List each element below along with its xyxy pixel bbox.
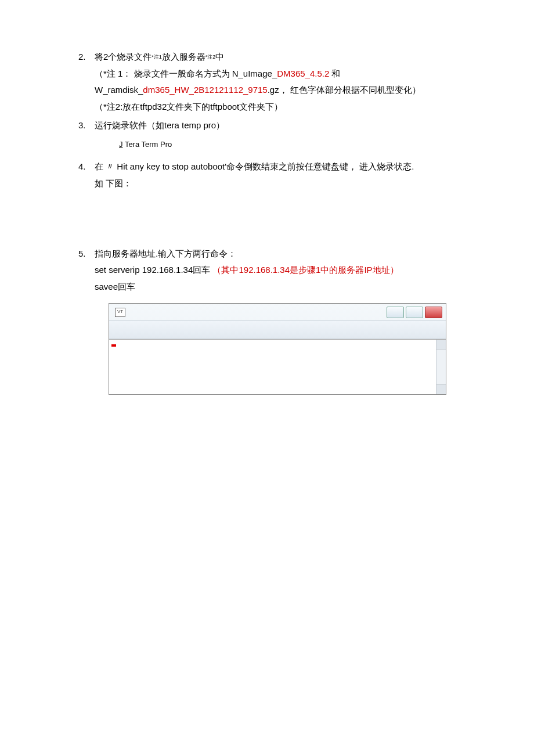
window-title [78,200,456,215]
text: Tera Term Pro [123,140,172,149]
highlight-text: dm365_HW_2B12121112_9715 [143,85,267,95]
close-button[interactable] [425,307,442,318]
highlight-text: DM365_4.5.2 [277,69,329,78]
step-body: 在 〃 Hit any key to stop autoboot'命令倒数结束之… [95,159,456,192]
terminal-output [78,219,456,229]
note-line: （*注 1： 烧录文件一般命名方式为 N_uImage_DM365_4.5.2 … [95,66,456,99]
text: 运行烧录软件（如tera temp pro） [95,117,456,134]
step-number: 4. [78,159,95,192]
text: （*注 1： 烧录文件一般命名方式为 N_uImage_ [95,69,277,78]
text: 中 [215,52,224,62]
note-ref: *注1 [151,54,162,60]
text: 在 〃 Hit any key to stop autoboot'命令倒数结束之… [95,159,456,175]
text: set serverip 192.168.1.34回车 [95,265,210,275]
step-body: 运行烧录软件（如tera temp pro） J Tera Term Pro [95,117,456,156]
title-bar: VT [109,304,446,320]
scroll-up-icon[interactable] [436,340,446,350]
scroll-down-icon[interactable] [436,384,446,394]
window-controls [387,307,442,318]
step-body: 将2个烧录文件*注1放入服务器*注2中 （*注 1： 烧录文件一般命名方式为 N… [95,49,456,115]
menu-bar [109,320,446,339]
text: 指向服务器地址.输入下方两行命令： [95,246,456,262]
scrollbar[interactable] [436,340,446,394]
step-number: 5. [78,246,95,395]
step-2: 2. 将2个烧录文件*注1放入服务器*注2中 （*注 1： 烧录文件一般命名方式… [78,49,456,115]
text: 放入服务器 [162,52,205,62]
minimize-button[interactable] [387,307,404,318]
note-line: （*注2:放在tftpd32文件夹下的tftpboot文件夹下） [95,99,456,116]
terminal-screenshot-2: VT [109,303,446,395]
highlighted-commands [111,344,116,347]
text: .gz， 红色字体部分根据不同机型变化） [268,85,421,95]
highlight-text: （其中192.168.1.34是步骤1中的服务器IP地址） [212,265,398,275]
program-reference: J Tera Term Pro [95,138,456,152]
text: 如 下图： [95,175,456,192]
terminal-screenshot-1 [78,200,456,235]
text: 将2个烧录文件 [95,52,151,62]
note-ref: *注2 [205,54,216,60]
command-line: savee回车 [95,279,456,296]
terminal-body [109,339,446,394]
step-number: 2. [78,49,95,115]
step-3: 3. 运行烧录软件（如tera temp pro） J Tera Term Pr… [78,117,456,156]
title-left: VT [115,308,129,317]
step-5: 5. 指向服务器地址.输入下方两行命令： set serverip 192.16… [78,246,456,395]
step-4: 4. 在 〃 Hit any key to stop autoboot'命令倒数… [78,159,456,192]
document-page: 2. 将2个烧录文件*注1放入服务器*注2中 （*注 1： 烧录文件一般命名方式… [0,0,534,430]
step-body: 指向服务器地址.输入下方两行命令： set serverip 192.168.1… [95,246,456,395]
command-line: set serverip 192.168.1.34回车 （其中192.168.1… [95,262,456,279]
app-icon: VT [115,308,125,317]
maximize-button[interactable] [406,307,423,318]
step-number: 3. [78,117,95,156]
